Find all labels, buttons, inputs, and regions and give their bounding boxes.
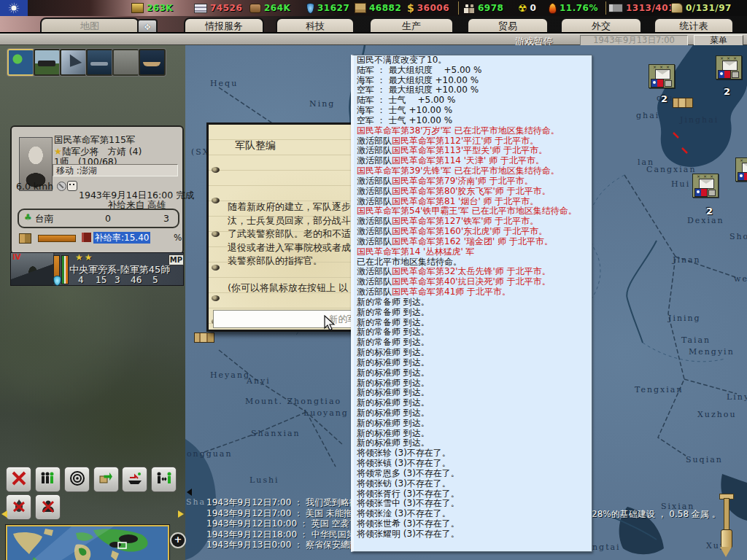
- map-province-label: Luoyang: [303, 408, 349, 418]
- tab-map[interactable]: 地图: [40, 18, 139, 34]
- money-value: 36006: [417, 3, 449, 13]
- map-province-label: Xuzhou: [697, 410, 737, 419]
- menu-button[interactable]: 菜单: [694, 35, 743, 46]
- spiral-hole: [212, 295, 220, 301]
- metal-value: 74526: [210, 3, 242, 13]
- command-button-reorganize[interactable]: [35, 467, 61, 492]
- map-province-label: ghai: [636, 111, 659, 120]
- convoys-value: 0/131/97: [686, 3, 732, 13]
- supply-rate-value: 补给率:15.40: [93, 232, 150, 244]
- resource-rare-materials: 264K: [249, 0, 290, 16]
- map-status-text: 28%的基础建设 ， 0.58 金属 。: [592, 508, 721, 521]
- event-log-line: 空军 ： 士气 +10.00 %: [354, 116, 592, 126]
- map-province-label: ngtai: [592, 542, 621, 552]
- command-button-supply[interactable]: [93, 467, 119, 492]
- supply-row: 补给率:15.40 %: [18, 232, 178, 244]
- map-zoom-slider-knob[interactable]: [721, 529, 732, 548]
- event-option-button[interactable]: 新的军: [213, 310, 364, 328]
- army-counter-count: 2: [724, 86, 730, 97]
- message-log-line: 1943年9月13日0:00 ： 察省保安總隊: [206, 539, 358, 551]
- event-log-line: 激活部队国民革命军第41师 于北平市。: [354, 287, 592, 298]
- division-stat-2: 3: [115, 275, 120, 285]
- message-scroll-icon[interactable]: [187, 489, 192, 496]
- tab-trade[interactable]: 贸易: [467, 18, 549, 34]
- event-popup-text-line: 汰，士兵复员回家，部分战斗: [228, 214, 351, 228]
- nuke-icon: ☢: [518, 3, 527, 13]
- army-counter-count: 2: [706, 206, 713, 217]
- army-counter[interactable]: × × ×: [716, 55, 742, 79]
- command-button-disband[interactable]: [6, 467, 31, 492]
- game-screen: 263K74526264K3162746882$360066978☢011.76…: [0, 0, 747, 560]
- event-log-line: 将领张胥行 (3)不存在了。: [354, 489, 592, 499]
- event-log-line: 将领张雪中 (3)不存在了。: [354, 499, 592, 509]
- command-button-scorched-earth[interactable]: [6, 494, 31, 520]
- army-counter[interactable]: × × ×: [649, 64, 675, 88]
- rare-materials-value: 264K: [264, 3, 290, 13]
- spiral-hole: [212, 231, 220, 237]
- halt-icon[interactable]: [57, 182, 66, 191]
- map-province-label: Sho: [729, 232, 747, 241]
- view-button-naval-units[interactable]: [86, 49, 113, 76]
- map-province-label: Heyang: [210, 370, 250, 380]
- resource-money: $36006: [407, 0, 449, 16]
- view-button-land-units[interactable]: [34, 49, 61, 76]
- map-zoom-slider-track[interactable]: [724, 498, 729, 533]
- mouse-cursor-icon: [324, 315, 337, 332]
- event-log-panel: 国民不满度改变了10。陆军 ： 最大组织度 +5.00 %海军 ： 最大组织度 …: [351, 55, 592, 552]
- command-button-strength-split[interactable]: [151, 467, 177, 492]
- terrain-leaf-icon: ♣: [24, 212, 32, 222]
- envelope-icon: [655, 69, 670, 79]
- water-drop-icon: [53, 276, 61, 286]
- command-button-suppress[interactable]: [35, 494, 61, 520]
- event-log-line: 新的常备师 到达。: [354, 338, 592, 348]
- metal-icon: [194, 4, 207, 13]
- division-corps-numeral: IV: [12, 253, 20, 261]
- scroll-right-icon[interactable]: [178, 510, 184, 518]
- kmt-sun-icon: [0, 0, 28, 16]
- view-button-europe-map[interactable]: [7, 49, 34, 76]
- tab-tech[interactable]: 科技: [276, 18, 355, 34]
- division-stat-3: 46: [131, 275, 142, 285]
- unit-name: 国民革命军第115军: [54, 134, 135, 147]
- view-button-amphibious[interactable]: [139, 49, 166, 76]
- transports-icon: [608, 4, 623, 12]
- event-log-line: 将领常恩多 (3)不存在了。: [354, 469, 592, 479]
- tab-diplomacy[interactable]: 外交: [560, 18, 642, 34]
- tab-production[interactable]: 生产: [369, 18, 454, 34]
- disband-icon: [11, 470, 27, 489]
- event-log-line: 激活部队国民革命军第40'抗日决死'师 于北平市。: [354, 277, 592, 287]
- resource-convoys: 0/131/97: [671, 0, 732, 16]
- map-province-label: Mount. Zhongtiao: [245, 397, 341, 406]
- command-button-objective[interactable]: [64, 467, 90, 492]
- scroll-left-icon[interactable]: [1, 510, 7, 518]
- command-button-embark[interactable]: [122, 467, 147, 492]
- counter-badge-icon: [665, 80, 672, 87]
- objective-icon: [69, 470, 85, 489]
- event-log-line: 新的标准师 到达。: [354, 419, 592, 429]
- strength-split-icon: [156, 470, 172, 489]
- energy-value: 263K: [147, 3, 173, 13]
- division-card[interactable]: IV ★★ MP 中央軍旁系-陸軍第45師 4153465: [10, 252, 184, 286]
- minimap[interactable]: [6, 525, 169, 560]
- minimap-zoom-in-button[interactable]: +: [170, 532, 186, 548]
- location-box[interactable]: ♣ 台南 0 3: [18, 209, 179, 228]
- army-counter[interactable]: × × ×: [692, 174, 719, 198]
- counter-badge-icon: [732, 71, 739, 78]
- topbar-divider: [605, 1, 606, 15]
- manpower-value: 6978: [478, 3, 503, 13]
- tab-intelligence[interactable]: 情报服务: [184, 18, 264, 34]
- tab-statistics[interactable]: 统计表: [654, 18, 734, 34]
- tank-icon: [38, 61, 55, 66]
- event-log-line: 激活部队国民革命军第79'济南'师 于北平市。: [354, 176, 592, 187]
- map-zoom-slider-arrow-icon[interactable]: [720, 547, 732, 557]
- roc-flag-icon: [718, 70, 731, 79]
- event-log-line: 激活部队国民革命军第80'胶东飞军'师 于北平市。: [354, 187, 592, 197]
- event-log-line: 新的标准师 到达。: [354, 358, 592, 368]
- event-log-line: 国民革命军第14 '丛林猛虎' 军: [354, 247, 592, 257]
- view-button-air-units[interactable]: [60, 49, 87, 76]
- unit-speed: 6.0 kmh: [16, 181, 53, 192]
- view-button-inactive[interactable]: [112, 49, 139, 76]
- transports-value: 1313/401: [626, 3, 675, 13]
- army-counter[interactable]: × × ×: [735, 158, 747, 182]
- event-log-line: 新的标准师 到达。: [354, 398, 592, 408]
